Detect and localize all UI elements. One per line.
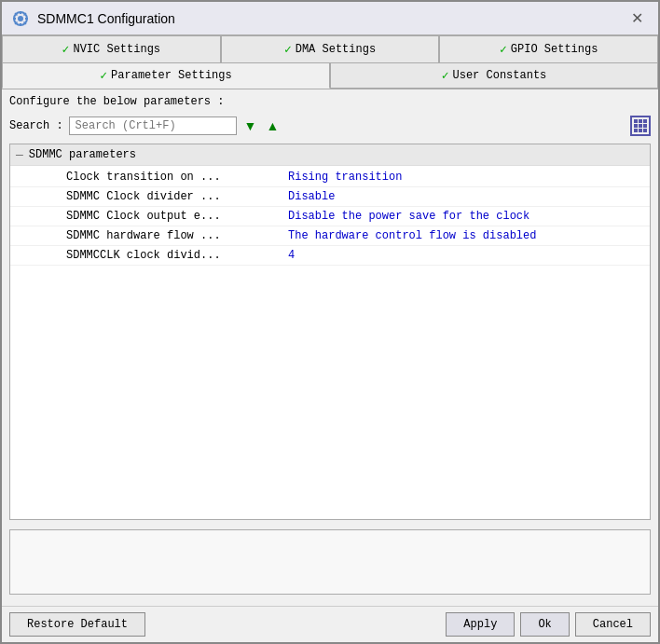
- search-down-arrow[interactable]: ▼: [242, 118, 259, 133]
- footer-right: Apply Ok Cancel: [446, 612, 651, 637]
- table-row: SDMMCCLK clock divid... 4: [10, 246, 650, 266]
- table-row: SDMMC Clock divider ... Disable: [10, 187, 650, 207]
- collapse-button[interactable]: ─: [16, 149, 23, 160]
- search-up-arrow[interactable]: ▲: [264, 118, 281, 133]
- restore-default-button[interactable]: Restore Default: [9, 612, 145, 637]
- check-icon-nvic: ✓: [62, 42, 70, 57]
- param-value-3[interactable]: The hardware control flow is disabled: [288, 229, 536, 242]
- tab-dma-label: DMA Settings: [296, 43, 376, 56]
- tab-user-constants[interactable]: ✓ User Constants: [330, 63, 658, 89]
- check-icon-user: ✓: [442, 68, 449, 83]
- tab-dma-settings[interactable]: ✓ DMA Settings: [221, 35, 440, 62]
- tabs-row-1: ✓ NVIC Settings ✓ DMA Settings ✓ GPIO Se…: [2, 35, 658, 63]
- app-icon: [11, 9, 30, 28]
- apply-button[interactable]: Apply: [446, 612, 515, 637]
- tab-gpio-label: GPIO Settings: [511, 43, 598, 56]
- tab-nvic-settings[interactable]: ✓ NVIC Settings: [2, 35, 221, 62]
- search-label: Search :: [9, 119, 63, 132]
- param-name-2: SDMMC Clock output e...: [66, 210, 281, 223]
- footer-left: Restore Default: [9, 612, 145, 637]
- svg-point-1: [18, 16, 23, 21]
- title-bar-left: SDMMC1 Configuration: [11, 9, 175, 28]
- grid-view-icon[interactable]: [630, 116, 651, 136]
- search-row: Search : ▼ ▲: [9, 116, 651, 136]
- tab-nvic-label: NVIC Settings: [73, 43, 160, 56]
- main-window: SDMMC1 Configuration ✕ ✓ NVIC Settings ✓…: [0, 0, 660, 644]
- param-name-0: Clock transition on ...: [66, 171, 281, 184]
- param-name-3: SDMMC hardware flow ...: [66, 229, 281, 242]
- title-bar: SDMMC1 Configuration ✕: [2, 2, 658, 35]
- cancel-button[interactable]: Cancel: [575, 612, 651, 637]
- search-input[interactable]: [69, 116, 237, 135]
- params-list: Clock transition on ... Rising transitio…: [10, 166, 650, 267]
- table-row: SDMMC Clock output e... Disable the powe…: [10, 207, 650, 226]
- configure-label: Configure the below parameters :: [9, 95, 651, 108]
- tab-parameter-settings[interactable]: ✓ Parameter Settings: [2, 63, 330, 89]
- param-name-1: SDMMC Clock divider ...: [66, 190, 281, 203]
- close-button[interactable]: ✕: [626, 7, 649, 29]
- check-icon-param: ✓: [100, 68, 107, 83]
- window-title: SDMMC1 Configuration: [37, 11, 175, 26]
- param-name-4: SDMMCCLK clock divid...: [66, 249, 281, 262]
- bottom-panel: [9, 529, 651, 595]
- table-row: Clock transition on ... Rising transitio…: [10, 168, 650, 187]
- check-icon-gpio: ✓: [500, 42, 507, 57]
- content-area: Configure the below parameters : Search …: [2, 89, 658, 606]
- tab-user-label: User Constants: [453, 69, 547, 82]
- ok-button[interactable]: Ok: [520, 612, 569, 637]
- params-container: ─ SDMMC parameters Clock transition on .…: [9, 144, 651, 520]
- param-value-0[interactable]: Rising transition: [288, 171, 402, 184]
- table-row: SDMMC hardware flow ... The hardware con…: [10, 226, 650, 246]
- params-group-header: ─ SDMMC parameters: [10, 144, 650, 166]
- param-value-2[interactable]: Disable the power save for the clock: [288, 210, 529, 223]
- tabs-row-2: ✓ Parameter Settings ✓ User Constants: [2, 63, 658, 89]
- params-group-label: SDMMC parameters: [29, 148, 136, 161]
- footer: Restore Default Apply Ok Cancel: [2, 606, 658, 642]
- check-icon-dma: ✓: [284, 42, 292, 57]
- param-value-1[interactable]: Disable: [288, 190, 335, 203]
- tab-gpio-settings[interactable]: ✓ GPIO Settings: [439, 35, 658, 62]
- tab-param-label: Parameter Settings: [111, 69, 232, 82]
- param-value-4[interactable]: 4: [288, 249, 295, 262]
